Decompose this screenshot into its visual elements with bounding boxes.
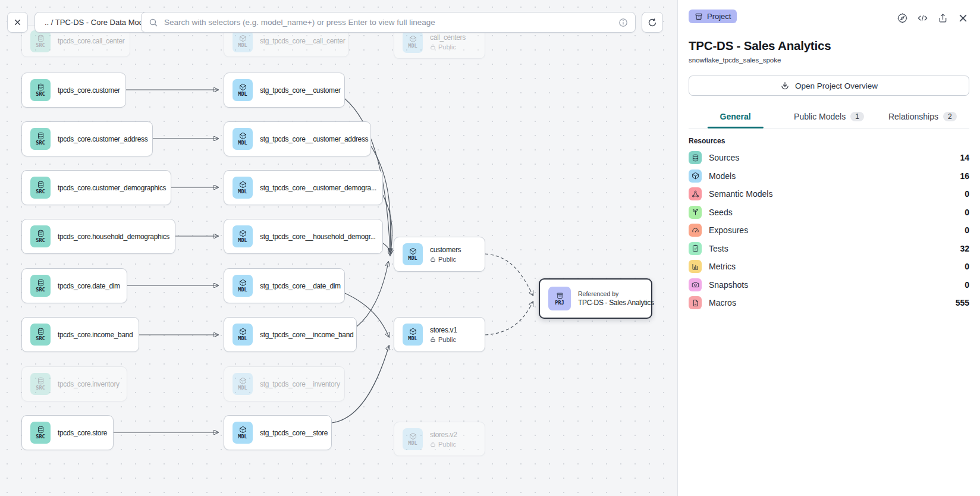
- lineage-canvas[interactable]: SRCtpcds_core.call_centerSRCtpcds_core.c…: [0, 0, 677, 496]
- node-text: tpcds_core.household_demographics: [58, 233, 167, 241]
- resource-count: 0: [965, 262, 969, 271]
- resource-row-metrics: Metrics0: [689, 258, 969, 276]
- node-label: stg_tpcds_core__income_band: [260, 331, 348, 339]
- resource-row-seeds: Seeds0: [689, 203, 969, 222]
- camera-icon: [689, 278, 702, 291]
- refresh-lineage-button[interactable]: [642, 12, 663, 33]
- resource-row-models: Models16: [689, 167, 969, 186]
- graph-node-src-income-band[interactable]: SRCtpcds_core.income_band: [21, 317, 139, 352]
- model-icon: MDL: [233, 225, 253, 247]
- graph-node-src-store[interactable]: SRCtpcds_core.store: [21, 415, 114, 450]
- graph-node-mdl-customer-demographics[interactable]: MDLstg_tpcds_core__customer_demogra...: [224, 170, 383, 205]
- seed-icon: [689, 206, 702, 219]
- node-text: tpcds_core.store: [58, 429, 105, 437]
- project-icon: [695, 12, 703, 21]
- info-icon[interactable]: [618, 18, 628, 27]
- panel-header: Project: [689, 10, 969, 24]
- graph-node-mdl-store[interactable]: MDLstg_tpcds_core__store: [224, 415, 332, 450]
- search-input[interactable]: [163, 17, 614, 27]
- node-text: tpcds_core.inventory: [58, 380, 118, 388]
- close-icon: [957, 12, 969, 24]
- node-text: stores.v2Public: [430, 431, 457, 448]
- graph-node-src-date-dim[interactable]: SRCtpcds_core.date_dim: [21, 268, 127, 303]
- graph-node-src-inventory[interactable]: SRCtpcds_core.inventory: [21, 366, 127, 401]
- model-icon: MDL: [403, 31, 423, 53]
- resource-count: 0: [965, 225, 969, 235]
- lineage-search-bar[interactable]: [141, 12, 636, 33]
- node-text: tpcds_core.customer: [58, 86, 117, 95]
- resource-count: 0: [965, 280, 969, 290]
- node-label: stores.v2: [430, 431, 457, 439]
- resource-count: 555: [956, 298, 969, 307]
- source-icon: SRC: [30, 128, 51, 150]
- resource-label: Sources: [709, 153, 953, 162]
- node-access-badge: Public: [430, 43, 466, 51]
- node-label: customers: [430, 246, 461, 254]
- share-button[interactable]: [936, 11, 949, 24]
- source-icon: SRC: [30, 324, 51, 346]
- details-panel: Project TPC-DS - Sales Analytics snowfla…: [677, 0, 980, 496]
- graph-node-src-customer-address[interactable]: SRCtpcds_core.customer_address: [21, 121, 153, 156]
- explore-lineage-button[interactable]: [896, 11, 909, 24]
- document-icon: [689, 296, 702, 309]
- graph-node-src-household-demographics[interactable]: SRCtpcds_core.household_demographics: [21, 219, 175, 254]
- close-lineage-button[interactable]: [7, 12, 28, 33]
- resource-count: 14: [960, 153, 969, 162]
- node-text: stg_tpcds_core__customer_address: [260, 135, 362, 143]
- node-label: tpcds_core.customer_demographics: [58, 184, 162, 192]
- node-access-badge: Public: [430, 441, 457, 448]
- view-code-button[interactable]: [916, 11, 929, 24]
- node-text: stg_tpcds_core__inventory: [260, 380, 336, 388]
- tab-count-badge: 2: [943, 112, 957, 121]
- edge-pub-stores-v1-to-prj-sales-analytics: [485, 302, 533, 335]
- node-text: call_centersPublic: [430, 33, 466, 51]
- node-label: stg_tpcds_core__date_dim: [260, 282, 336, 290]
- model-icon: MDL: [233, 324, 253, 346]
- node-text: tpcds_core.date_dim: [58, 282, 118, 290]
- node-label: stg_tpcds_core__call_center: [260, 37, 340, 45]
- lock-open-icon: [430, 44, 436, 50]
- tab-public-models[interactable]: Public Models1: [782, 106, 875, 128]
- resource-row-snapshots: Snapshots0: [689, 276, 969, 294]
- model-icon: MDL: [403, 324, 423, 346]
- node-text: stg_tpcds_core__customer_demogra...: [260, 184, 374, 192]
- edge-mdl-household-demographics-to-pub-customers: [383, 243, 390, 255]
- resource-count: 0: [965, 208, 969, 217]
- refresh-icon: [648, 18, 657, 27]
- resource-label: Semantic Models: [709, 189, 957, 199]
- source-icon: SRC: [30, 225, 51, 247]
- model-icon: MDL: [233, 79, 253, 101]
- panel-actions: [896, 11, 969, 24]
- node-text: Referenced byTPC-DS - Sales Analytics: [578, 290, 643, 307]
- graph-node-mdl-date-dim[interactable]: MDLstg_tpcds_core__date_dim: [224, 268, 345, 303]
- close-panel-button[interactable]: [956, 11, 969, 24]
- panel-tabs: GeneralPublic Models1Relationships2: [689, 106, 969, 128]
- graph-node-mdl-customer[interactable]: MDLstg_tpcds_core__customer: [224, 73, 345, 108]
- node-label: tpcds_core.store: [58, 429, 105, 437]
- node-text: stg_tpcds_core__income_band: [260, 331, 348, 339]
- graph-node-mdl-household-demographics[interactable]: MDLstg_tpcds_core__household_demogr...: [224, 219, 383, 254]
- tab-general[interactable]: General: [689, 106, 782, 128]
- open-project-overview-button[interactable]: Open Project Overview: [689, 76, 969, 96]
- graph-node-prj-sales-analytics[interactable]: PRJReferenced byTPC-DS - Sales Analytics: [539, 278, 652, 319]
- node-label: tpcds_core.call_center: [58, 37, 121, 45]
- open-overview-icon: [780, 81, 790, 90]
- edge-pub-customers-to-prj-sales-analytics: [485, 254, 533, 295]
- resource-row-exposures: Exposures0: [689, 221, 969, 240]
- graph-node-mdl-income-band[interactable]: MDLstg_tpcds_core__income_band: [224, 317, 357, 352]
- graph-node-mdl-inventory[interactable]: MDLstg_tpcds_core__inventory: [224, 366, 345, 401]
- graph-node-mdl-customer-address[interactable]: MDLstg_tpcds_core__customer_address: [224, 121, 371, 156]
- search-icon: [149, 18, 158, 27]
- model-icon: MDL: [233, 422, 253, 444]
- tab-relationships[interactable]: Relationships2: [876, 106, 969, 128]
- source-icon: SRC: [30, 79, 51, 101]
- graph-node-src-customer[interactable]: SRCtpcds_core.customer: [21, 73, 126, 108]
- node-label: stg_tpcds_core__customer_demogra...: [260, 184, 374, 192]
- node-text: stg_tpcds_core__date_dim: [260, 282, 336, 290]
- graph-node-pub-stores-v1[interactable]: MDLstores.v1Public: [394, 317, 485, 352]
- graph-node-src-customer-demographics[interactable]: SRCtpcds_core.customer_demographics: [21, 170, 171, 205]
- graph-node-pub-stores-v2[interactable]: MDLstores.v2Public: [394, 422, 485, 456]
- resource-label: Macros: [709, 298, 948, 307]
- lock-open-icon: [430, 256, 436, 262]
- graph-node-pub-customers[interactable]: MDLcustomersPublic: [394, 237, 485, 272]
